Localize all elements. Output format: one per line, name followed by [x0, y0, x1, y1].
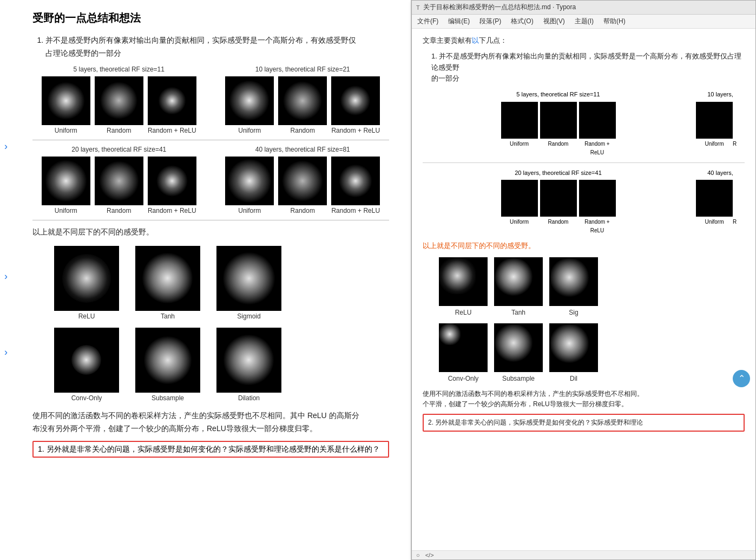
- typora-bottom-code[interactable]: </>: [425, 552, 434, 558]
- img-cell-random-10: Random: [278, 76, 327, 134]
- typora-grid-bottom-row: 20 layers, theoretical RF size=41: [423, 168, 745, 236]
- menu-help[interactable]: 帮助(H): [602, 16, 627, 27]
- img-uniform-5: [42, 76, 90, 125]
- typora-10layers-title: 10 layers,: [696, 90, 745, 100]
- menu-theme[interactable]: 主题(I): [574, 16, 595, 27]
- typora-label-relu-5: Random + ReLU: [579, 140, 616, 157]
- img-group-20layers: 20 layers, theoretical RF size=41 Unifor…: [32, 146, 206, 214]
- left-panel: › › › 受野的一点总结和想法 并不是感受野内所有像素对输出向量的贡献相同，实…: [0, 0, 411, 560]
- img-row-40layers: Uniform Random Random + ReLU: [216, 157, 390, 214]
- typora-link-yi[interactable]: 以: [472, 36, 479, 44]
- typora-img-random-relu-20: [579, 180, 616, 217]
- list-item-1-text1: 并不是感受野内所有像素对输出向量的贡献相同，实际感受野是一个高斯分布，有效感受野…: [45, 36, 356, 44]
- typora-relu-img: [439, 257, 488, 306]
- typora-menubar[interactable]: 文件(F) 编辑(E) 段落(P) 格式(O) 视图(V) 主题(I) 帮助(H…: [412, 15, 755, 29]
- typora-icon: T: [416, 4, 420, 11]
- img-cell-random-relu-10: Random + ReLU: [331, 76, 380, 134]
- menu-format[interactable]: 格式(O): [510, 16, 534, 27]
- img-cell-random-5: Random: [95, 76, 143, 134]
- label-sigmoid: Sigmoid: [237, 312, 260, 320]
- typora-img-random-relu-5: [579, 102, 616, 139]
- label-random-10: Random: [291, 127, 315, 134]
- typora-list-item-2-text: 2. 另外就是非常关心的问题，实际感受野是如何变化的？实际感受野和理论: [428, 419, 643, 426]
- typora-label-tanh: Tanh: [511, 308, 525, 318]
- label-random-5: Random: [107, 127, 131, 134]
- img-random-10: [278, 76, 327, 125]
- img-group-40layers: 40 layers, theoretical RF size=81 Unifor…: [216, 146, 390, 214]
- typora-label-random-20: Random: [540, 218, 577, 235]
- menu-view[interactable]: 视图(V): [542, 16, 566, 27]
- img-cell-uniform-5: Uniform: [42, 76, 90, 134]
- list-item-2-text: 1. 另外就是非常关心的问题，实际感受野是如何变化的？实际感受野和理论感受野的关…: [38, 445, 380, 453]
- typora-img-conv-only: Conv-Only: [439, 323, 488, 384]
- typora-activation-imgs: ReLU Tanh Sig: [439, 257, 745, 318]
- menu-file[interactable]: 文件(F): [416, 16, 439, 27]
- label-random-40: Random: [291, 207, 315, 214]
- typora-label-dil: Dil: [570, 374, 577, 384]
- typora-5layers-title: 5 layers, theoretical RF size=11: [423, 90, 694, 100]
- typora-uniform-20: [501, 180, 538, 217]
- typora-random-relu-20: [579, 180, 616, 217]
- typora-grid-top: 5 layers, theoretical RF size=11: [423, 90, 745, 157]
- img-cell-conv-only: Conv-Only: [54, 328, 119, 402]
- typora-para-conv: 使用不同的激活函数与不同的卷积采样方法，产生的实际感受野也不尽相同。 个平滑，创…: [423, 389, 745, 409]
- typora-label-subsample: Subsample: [502, 374, 535, 384]
- label-uniform-5: Uniform: [55, 127, 77, 134]
- typora-label-sig: Sig: [569, 308, 578, 318]
- list-item-1-text2: 占理论感受野的一部分: [45, 49, 121, 57]
- img-subsample: [135, 328, 200, 393]
- typora-uniform-40: [696, 180, 733, 217]
- typora-40layers-imgs: [696, 180, 745, 217]
- rf-image-grid-bottom: 20 layers, theoretical RF size=41 Unifor…: [32, 146, 389, 220]
- menu-edit[interactable]: 编辑(E): [447, 16, 471, 27]
- scroll-indicator-3[interactable]: ›: [4, 347, 8, 358]
- label-random-relu-10: Random + ReLU: [331, 127, 380, 134]
- scroll-to-top-btn[interactable]: ⌃: [733, 370, 750, 387]
- typora-40layers-group: 40 layers, Uniform R: [696, 168, 745, 227]
- typora-para-conv-part2: 个平滑，创建了一个较少的高斯分布，ReLU导致很大一部分梯度归零。: [423, 400, 628, 408]
- img-dilation: [216, 328, 281, 393]
- img-group-5layers-title: 5 layers, theoretical RF size=11: [32, 66, 206, 73]
- typora-10layers-imgs: [696, 102, 745, 139]
- typora-bottom-circle[interactable]: ○: [416, 552, 420, 558]
- typora-img-uniform-40: [696, 180, 733, 217]
- typora-img-random-5: [540, 102, 577, 139]
- typora-conv-imgs: Conv-Only Subsample Dil ⌃: [439, 323, 745, 384]
- typora-img-uniform-20: [501, 180, 538, 217]
- typora-subsample-img: [494, 323, 543, 372]
- typora-random-5: [540, 102, 577, 139]
- label-random-relu-5: Random + ReLU: [148, 127, 196, 134]
- img-row-10layers: Uniform Random Random + ReLU: [216, 76, 390, 134]
- img-cell-sigmoid: Sigmoid: [216, 246, 281, 320]
- scroll-indicator-2[interactable]: ›: [4, 271, 8, 282]
- typora-img-tanh: Tanh: [494, 257, 543, 318]
- typora-20layers-title: 20 layers, theoretical RF size=41: [423, 168, 694, 178]
- label-uniform-20: Uniform: [55, 207, 77, 214]
- typora-20layers-group: 20 layers, theoretical RF size=41: [423, 168, 694, 236]
- img-group-40layers-title: 40 layers, theoretical RF size=81: [216, 146, 390, 153]
- img-cell-tanh: Tanh: [135, 246, 200, 320]
- typora-10layers-group: 10 layers, Uniform R: [696, 90, 745, 148]
- typora-uniform-5: [501, 102, 538, 139]
- typora-grid-top-row: 5 layers, theoretical RF size=11: [423, 90, 745, 157]
- img-cell-random-relu-40: Random + ReLU: [331, 157, 380, 214]
- typora-5layers-imgs: [423, 102, 694, 139]
- label-uniform-10: Uniform: [238, 127, 261, 134]
- img-cell-random-relu-20: Random + ReLU: [148, 157, 196, 214]
- typora-list-item-1-text: 1. 并不是感受野内所有像素对输出向量的贡献相同，实际感受野是一个高斯分布，有效…: [431, 52, 741, 83]
- menu-paragraph[interactable]: 段落(P): [478, 16, 502, 27]
- typora-dil-img: [549, 323, 598, 372]
- img-cell-uniform-20: Uniform: [42, 157, 90, 214]
- label-random-relu-40: Random + ReLU: [331, 207, 380, 214]
- img-sigmoid: [216, 246, 281, 311]
- typora-img-random-20: [540, 180, 577, 217]
- typora-content: 文章主要贡献有以下几点： 1. 并不是感受野内所有像素对输出向量的贡献相同，实际…: [412, 29, 755, 550]
- typora-img-uniform-10: [696, 102, 733, 139]
- scroll-indicator-1[interactable]: ›: [4, 141, 8, 152]
- img-cell-random-40: Random: [278, 157, 327, 214]
- label-conv-only: Conv-Only: [71, 394, 102, 402]
- typora-img-sig: Sig: [549, 257, 598, 318]
- typora-divider-1: [423, 162, 745, 163]
- img-uniform-40: [225, 157, 274, 205]
- img-random-relu-20: [148, 157, 196, 205]
